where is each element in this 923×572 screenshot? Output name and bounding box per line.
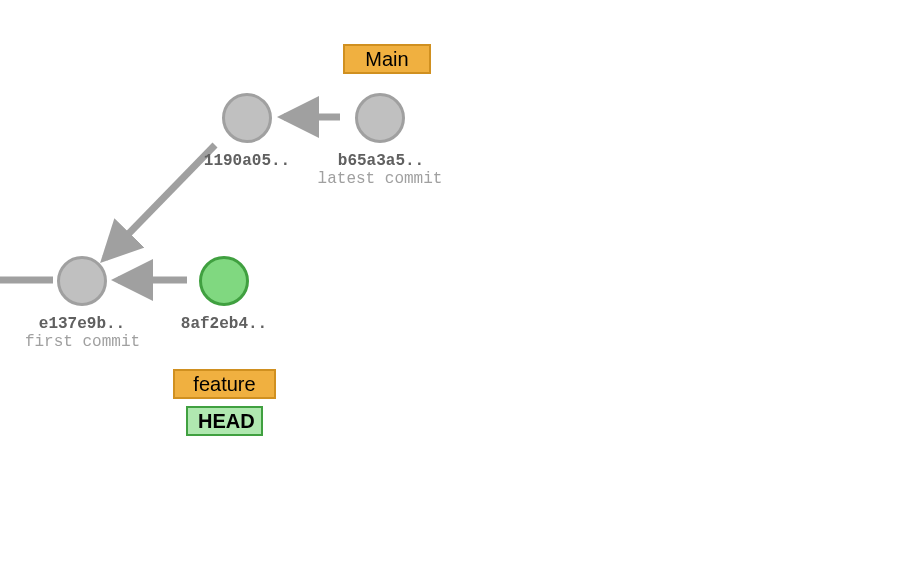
commit-node-1190a05: [222, 93, 272, 143]
svg-line-1: [105, 145, 215, 258]
branch-label-main: Main: [343, 44, 431, 74]
head-label: HEAD: [186, 406, 263, 436]
commit-node-8af2eb4-head: [199, 256, 249, 306]
commit-node-b65a3a5: [355, 93, 405, 143]
commit-msg-e137e9b: first commit: [20, 333, 145, 351]
commit-hash-8af2eb4: 8af2eb4..: [177, 315, 271, 333]
commit-node-e137e9b: [57, 256, 107, 306]
commit-arrows: [0, 0, 923, 572]
commit-hash-e137e9b: e137e9b..: [35, 315, 129, 333]
commit-hash-b65a3a5: b65a3a5..: [334, 152, 428, 170]
commit-hash-1190a05: 1190a05..: [200, 152, 294, 170]
branch-label-feature: feature: [173, 369, 276, 399]
commit-msg-b65a3a5: latest commit: [310, 170, 450, 188]
